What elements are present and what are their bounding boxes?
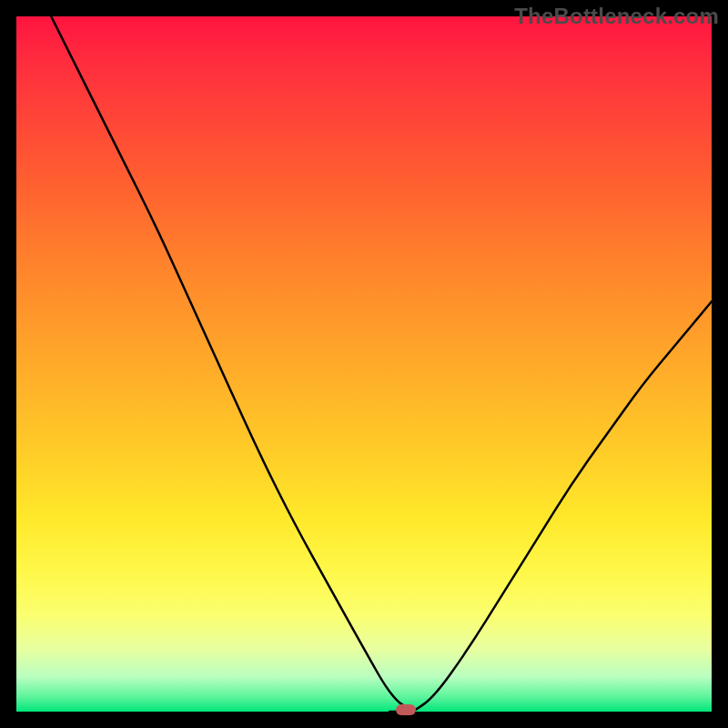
curve-path	[51, 16, 712, 712]
bottleneck-curve	[16, 16, 712, 712]
optimal-point-marker	[396, 704, 416, 715]
chart-frame: TheBottleneck.com	[0, 0, 728, 728]
watermark-text: TheBottleneck.com	[514, 4, 719, 29]
